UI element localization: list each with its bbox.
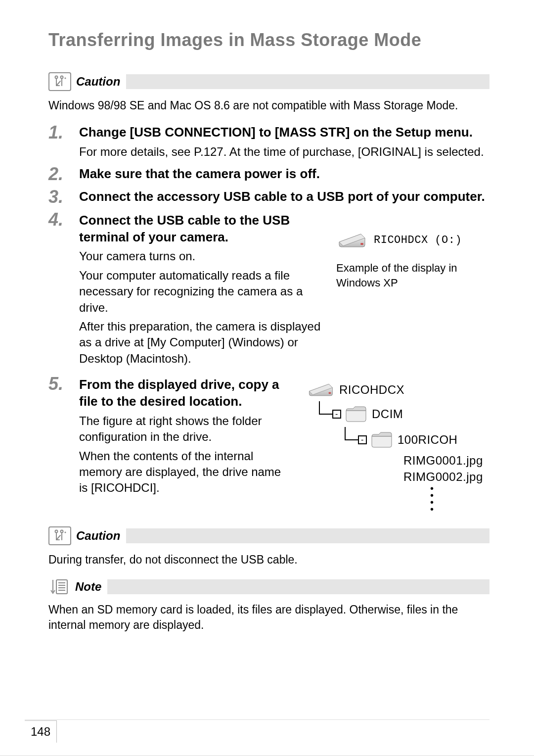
step-5-body2: When the contents of the internal memory… (79, 448, 292, 496)
svg-point-2 (65, 78, 66, 79)
caution-icon (48, 72, 71, 91)
step-4-head: Connect the USB cable to the USB termina… (79, 212, 321, 246)
drive-icon (336, 231, 367, 250)
step-5: From the displayed drive, copy a file to… (48, 376, 490, 513)
manual-page: Transferring Images in Mass Storage Mode… (0, 0, 534, 756)
caution-shade (126, 74, 490, 89)
svg-point-3 (360, 243, 363, 245)
tree-file-2: RIMG0002.jpg (403, 469, 490, 485)
step-2: Make sure that the camera power is off. (48, 166, 490, 183)
svg-point-5 (55, 530, 58, 532)
step-1: Change [USB CONNECTION] to [MASS STR] on… (48, 124, 490, 160)
tree-root-label: RICOHDCX (339, 383, 404, 397)
page-title: Transferring Images in Mass Storage Mode (48, 30, 490, 50)
svg-rect-8 (56, 580, 67, 594)
step-5-head: From the displayed drive, copy a file to… (79, 377, 292, 410)
step-4-body2: Your computer automatically reads a file… (79, 268, 321, 316)
step-3: Connect the accessory USB cable to a USB… (48, 189, 490, 205)
svg-point-4 (328, 392, 331, 394)
ellipsis-icon: •••• (430, 485, 490, 513)
svg-point-6 (61, 530, 63, 532)
caution-bar-2: Caution (48, 526, 490, 545)
page-number: 148 (25, 720, 57, 743)
tree-l1-label: DCIM (372, 407, 403, 421)
caution-icon (48, 526, 71, 545)
caution-2-text: During transfer, do not disconnect the U… (48, 552, 490, 567)
step-4-figure: RICOHDCX (O:) Example of the display in … (336, 211, 490, 370)
step-4-body3: After this preparation, the camera is di… (79, 319, 321, 367)
tree-toggle-icon: - (332, 410, 341, 419)
svg-point-0 (55, 76, 58, 79)
tree-l2-label: 100RICOH (398, 433, 457, 447)
step-3-head: Connect the accessory USB cable to a USB… (79, 189, 490, 205)
caution-2-label: Caution (76, 529, 120, 543)
step-5-body1: The figure at right shows the folder con… (79, 413, 292, 445)
step-1-body: For more details, see P.127. At the time… (79, 144, 490, 160)
note-bar: Note (48, 578, 490, 595)
folder-icon (371, 431, 393, 448)
tree-toggle-icon: - (358, 435, 367, 444)
note-label: Note (75, 580, 101, 594)
drive-icon (307, 381, 334, 399)
note-text: When an SD memory card is loaded, its fi… (48, 602, 490, 633)
drive-label: RICOHDCX (O:) (374, 234, 462, 246)
caution-label: Caution (76, 75, 120, 89)
step-1-head: Change [USB CONNECTION] to [MASS STR] on… (79, 124, 490, 141)
svg-point-1 (61, 76, 63, 79)
svg-point-7 (65, 531, 66, 533)
step-4-caption: Example of the display in Windows XP (336, 261, 490, 290)
step-4-body1: Your camera turns on. (79, 248, 321, 264)
folder-tree-figure: RICOHDCX - (307, 376, 490, 513)
note-shade (107, 579, 490, 594)
caution-1-text: Windows 98/98 SE and Mac OS 8.6 are not … (48, 98, 490, 113)
caution-bar-1: Caution (48, 72, 490, 91)
tree-file-1: RIMG0001.jpg (403, 453, 490, 469)
steps-list: Change [USB CONNECTION] to [MASS STR] on… (48, 124, 490, 513)
step-2-head: Make sure that the camera power is off. (79, 166, 490, 183)
folder-icon (345, 406, 367, 423)
caution-shade (126, 528, 490, 543)
note-icon (48, 578, 70, 595)
step-4: Connect the USB cable to the USB termina… (48, 211, 490, 370)
